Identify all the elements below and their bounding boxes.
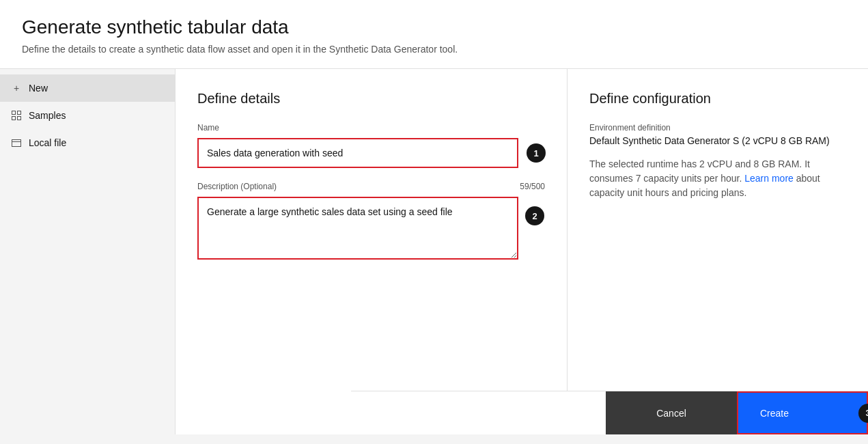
description-wrapper: Generate a large synthetic sales data se… [197, 197, 518, 260]
name-input[interactable] [197, 138, 518, 168]
step-1-badge: 1 [527, 143, 546, 163]
step-2-badge: 2 [525, 206, 544, 225]
svg-rect-0 [12, 111, 16, 115]
page-header: Generate synthetic tabular data Define t… [0, 0, 868, 69]
description-textarea[interactable]: Generate a large synthetic sales data se… [197, 197, 518, 260]
define-details-panel: Define details Name 1 Description (Optio… [176, 69, 568, 391]
svg-rect-3 [18, 117, 21, 120]
main-layout: + New Samples Local file [0, 69, 868, 434]
content-panels: Define details Name 1 Description (Optio… [176, 69, 868, 391]
plus-icon: + [11, 83, 22, 94]
create-button-wrapper: Create 3 [737, 391, 868, 434]
samples-icon [11, 111, 22, 120]
create-button[interactable]: Create [737, 391, 868, 434]
content-area: Define details Name 1 Description (Optio… [176, 69, 868, 434]
name-label: Name [197, 123, 545, 133]
env-definition-value: Default Synthetic Data Generator S (2 vC… [589, 135, 846, 146]
svg-rect-1 [18, 111, 21, 115]
sidebar-item-new-label: New [29, 83, 48, 94]
sidebar: + New Samples Local file [0, 69, 176, 434]
learn-more-link[interactable]: Learn more [744, 173, 794, 184]
sidebar-item-local-file[interactable]: Local file [0, 129, 175, 156]
description-label: Description (Optional) [197, 182, 277, 191]
description-char-count: 59/500 [520, 182, 545, 191]
sidebar-item-local-file-label: Local file [29, 137, 66, 148]
sidebar-item-samples-label: Samples [29, 110, 66, 121]
define-details-title: Define details [197, 91, 545, 107]
cancel-button[interactable]: Cancel [606, 391, 737, 434]
sidebar-item-samples[interactable]: Samples [0, 102, 175, 129]
footer-bar: Cancel Create 3 [351, 391, 868, 434]
page-subtitle: Define the details to create a synthetic… [22, 44, 846, 55]
define-config-title: Define configuration [589, 91, 846, 107]
local-file-icon [11, 138, 22, 148]
env-definition-label: Environment definition [589, 123, 846, 133]
description-header: Description (Optional) 59/500 [197, 182, 545, 191]
svg-rect-4 [12, 140, 21, 147]
define-config-panel: Define configuration Environment definit… [568, 69, 868, 391]
env-description: The selected runtime has 2 vCPU and 8 GB… [589, 157, 846, 200]
sidebar-item-new[interactable]: + New [0, 74, 175, 102]
svg-rect-2 [12, 117, 16, 120]
page-title: Generate synthetic tabular data [22, 16, 846, 38]
